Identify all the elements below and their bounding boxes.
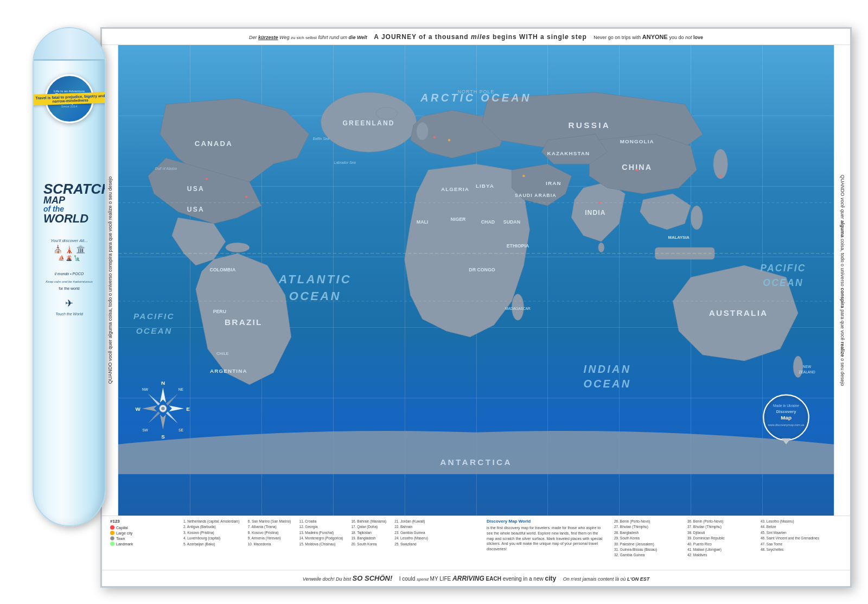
tube-title-line2: MAP [43, 195, 95, 205]
top-quote-english2: Never go on trips with ANYONE you do not… [593, 35, 703, 40]
svg-text:USA: USA [187, 206, 205, 213]
scene: Life is an Adventure Discovery Map Since… [0, 0, 868, 604]
svg-text:E: E [186, 406, 190, 412]
legend-item-large-city: Large city [110, 531, 175, 535]
svg-marker-67 [160, 415, 166, 429]
countries-section: 1. Netherlands (capital: Amsterdam) 2. A… [183, 519, 478, 547]
bottom-info-content: #123 Capital Large city Town [110, 519, 842, 558]
svg-marker-11 [640, 194, 691, 230]
tube-compass-icon: ✈ [65, 297, 73, 309]
svg-marker-72 [148, 411, 160, 423]
svg-text:DR CONGO: DR CONGO [469, 267, 495, 272]
legend-label-large-city: Large city [116, 531, 132, 535]
right-vertical-text-container: QUANDO você quer alguma coisa, todo o un… [834, 45, 850, 516]
svg-text:INDIAN: INDIAN [583, 363, 631, 375]
compass-rose-group: N S W E NW NE SW SE [136, 380, 190, 440]
svg-text:AUSTRALIA: AUSTRALIA [709, 308, 768, 317]
world-map-svg: ARCTIC OCEAN NORTH POLE RUSSIA CANADA US… [118, 45, 834, 516]
svg-point-94 [448, 139, 450, 141]
top-quote-bar: Der kürzeste Weg zu sich selbst führt ru… [102, 29, 850, 45]
svg-text:Labrador Sea: Labrador Sea [334, 161, 356, 164]
svg-text:www.discoverymap.com.ua: www.discoverymap.com.ua [768, 423, 805, 427]
svg-text:CHILE: CHILE [216, 351, 229, 356]
legend-item-landmark: Landmark [110, 542, 175, 546]
svg-marker-70 [148, 393, 160, 405]
svg-point-19 [691, 206, 703, 230]
svg-text:INDIA: INDIA [585, 209, 605, 217]
svg-text:NW: NW [142, 387, 149, 391]
svg-text:OCEAN: OCEAN [136, 326, 173, 335]
svg-text:Map: Map [781, 415, 792, 421]
svg-text:Made in Ukraine: Made in Ukraine [773, 404, 799, 408]
tube-title-line4: WORLD [43, 213, 95, 225]
svg-text:SW: SW [142, 428, 148, 432]
svg-point-97 [636, 169, 638, 171]
svg-text:KAZAKHSTAN: KAZAKHSTAN [547, 150, 590, 156]
tube-bottom-text: Keep calm and be #adventurous [44, 278, 94, 285]
svg-text:CANADA: CANADA [195, 139, 233, 148]
legend-title: #123 [110, 519, 175, 524]
svg-text:MADAGASCAR: MADAGASCAR [505, 307, 531, 310]
svg-text:Discovery: Discovery [776, 409, 796, 414]
svg-text:Baffin Sea: Baffin Sea [313, 137, 330, 141]
top-quote-german: Der kürzeste Weg zu sich selbst führt ru… [249, 35, 367, 40]
legend-item-town: Town [110, 536, 175, 541]
tube-slogan: il mondo • POCO [52, 269, 86, 278]
countries-col7: 36. Benin (Porto-Novo) 37. Bhutan (Thimp… [687, 519, 752, 558]
svg-text:OCEAN: OCEAN [289, 289, 341, 303]
tube-title-line1: SCRATCH [43, 183, 95, 195]
svg-point-14 [417, 122, 429, 140]
svg-text:SAUDI ARABIA: SAUDI ARABIA [515, 193, 557, 198]
discovery-desc-text: is the first discovery map for travelers… [487, 525, 606, 552]
tube-top [34, 28, 106, 61]
countries-col8: 43. Lesotho (Maseru) 44. Belize 45. Sint… [761, 519, 842, 552]
svg-marker-71 [166, 393, 178, 405]
svg-text:N: N [161, 380, 165, 386]
svg-text:W: W [136, 406, 141, 412]
svg-text:PACIFIC: PACIFIC [760, 263, 806, 274]
svg-text:LIBYA: LIBYA [476, 183, 494, 189]
bottom-quote-german: Verweile doch! Du bist SO SCHÖN! [303, 576, 392, 582]
svg-text:MALI: MALI [417, 219, 428, 225]
svg-text:OCEAN: OCEAN [763, 277, 803, 288]
tube-logo-tagline: Since 2014 [61, 105, 77, 108]
legend-items: Capital Large city Town Landmark [110, 525, 175, 546]
svg-text:NE: NE [178, 387, 184, 391]
svg-text:SUDAN: SUDAN [503, 219, 520, 225]
svg-text:OCEAN: OCEAN [583, 378, 631, 390]
svg-point-18 [226, 243, 250, 252]
svg-text:NEW: NEW [803, 365, 812, 368]
bottom-quote-english: I could spend MY LIFE ARRIVING EACH even… [399, 576, 556, 582]
svg-text:CHAD: CHAD [481, 219, 495, 225]
svg-marker-66 [160, 387, 166, 402]
map-logo-bottom-right: Discovery Map www.discoverymap.com.ua Ma… [763, 395, 809, 444]
legend-section: #123 Capital Large city Town [110, 519, 175, 546]
svg-text:ETHIOPIA: ETHIOPIA [507, 243, 529, 249]
tube-touch-text: Touch the World [53, 309, 86, 319]
svg-point-13 [713, 149, 727, 179]
tube-for-the-world: for the world [57, 285, 81, 292]
legend-label-town: Town [116, 537, 125, 541]
map-poster: Der kürzeste Weg zu sich selbst führt ru… [100, 27, 852, 588]
map-svg-container: ARCTIC OCEAN NORTH POLE RUSSIA CANADA US… [118, 45, 834, 516]
svg-text:PERU: PERU [213, 309, 226, 314]
map-area: QUANDO você quer alguma coisa, todo o un… [102, 45, 850, 516]
tube-scratch-block: SCRATCH MAP of the WORLD [39, 180, 99, 227]
countries-col1: 1. Netherlands (capital: Amsterdam) 2. A… [183, 519, 240, 547]
svg-point-17 [793, 356, 803, 378]
svg-text:ANTARCTICA: ANTARCTICA [440, 457, 512, 467]
right-vertical-text: QUANDO você quer alguma coisa, todo o un… [840, 175, 845, 386]
top-quote-text: Der kürzeste Weg zu sich selbst führt ru… [249, 33, 703, 41]
countries-col6: 26. Benin (Porto-Novo) 27. Bhutan (Thimp… [614, 519, 679, 558]
legend-item-capital: Capital [110, 525, 175, 530]
svg-point-91 [205, 177, 207, 180]
svg-text:ZEALAND: ZEALAND [799, 370, 815, 374]
svg-marker-68 [142, 405, 157, 411]
svg-point-93 [433, 136, 435, 138]
tube: Life is an Adventure Discovery Map Since… [33, 27, 106, 526]
tube-illustrations: You'll discover All... ⛪ 🗼 🏛️ ⛵ 🌋 🗽 [39, 236, 99, 264]
tube-container: Life is an Adventure Discovery Map Since… [33, 27, 111, 548]
svg-text:GREENLAND: GREENLAND [343, 119, 395, 127]
svg-marker-3 [172, 218, 226, 265]
legend-label-capital: Capital [116, 526, 128, 530]
